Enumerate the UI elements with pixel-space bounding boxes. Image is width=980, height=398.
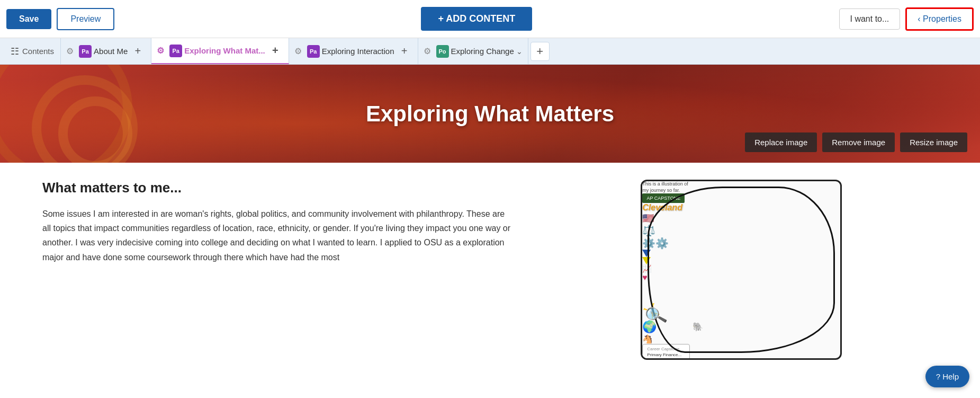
tabs-bar: ☷ Contents ⚙ Pa About Me + ⚙ Pa Explorin…: [0, 38, 980, 65]
chevron-down-icon[interactable]: ⌄: [516, 47, 523, 56]
properties-button[interactable]: ‹ Properties: [905, 7, 974, 31]
image-section: This is a illustration of my journey so …: [545, 180, 938, 381]
gear-icon-2: ⚙: [157, 46, 167, 56]
main-content: What matters to me... Some issues I am i…: [0, 163, 980, 398]
tab-contents[interactable]: ☷ Contents: [4, 38, 61, 64]
remove-image-button[interactable]: Remove image: [822, 132, 895, 152]
i-want-to-button[interactable]: I want to...: [839, 8, 901, 30]
contents-label: Contents: [22, 47, 54, 56]
hero-image-actions: Replace image Remove image Resize image: [745, 132, 967, 152]
illus-card-val-2: Business: [668, 358, 685, 360]
resize-image-button[interactable]: Resize image: [900, 132, 967, 152]
tab-exploring-change-label: Exploring Change: [451, 47, 514, 56]
tab-exploring-change[interactable]: ⚙ Po Exploring Change ⌄: [418, 38, 528, 64]
toolbar: Save Preview + ADD CONTENT I want to... …: [0, 0, 980, 38]
tab-exploring-what-matters[interactable]: ⚙ Pa Exploring What Mat... +: [151, 38, 289, 64]
tab-about-me[interactable]: ⚙ Pa About Me +: [61, 38, 151, 64]
hero-banner: Exploring What Matters Replace image Rem…: [0, 65, 980, 163]
illus-party-icon-2: 🐘: [693, 322, 703, 332]
avatar-pa-1: Pa: [79, 45, 92, 58]
text-section: What matters to me... Some issues I am i…: [42, 180, 514, 381]
gear-icon-3: ⚙: [294, 46, 305, 57]
tab-plus-1[interactable]: +: [130, 43, 146, 59]
save-button[interactable]: Save: [6, 9, 51, 29]
avatar-po: Po: [436, 45, 449, 58]
help-button[interactable]: ? Help: [925, 366, 969, 387]
add-tab-button[interactable]: +: [531, 42, 550, 61]
tab-plus-3[interactable]: +: [397, 43, 412, 59]
list-icon: ☷: [11, 46, 19, 57]
gear-icon-1: ⚙: [66, 46, 77, 57]
add-content-label: + ADD CONTENT: [438, 13, 515, 24]
content-heading: What matters to me...: [42, 180, 514, 196]
content-body: Some issues I am interested in are woman…: [42, 207, 514, 264]
hero-title: Exploring What Matters: [366, 101, 614, 127]
illus-card-val-1: Primary Finance...: [647, 352, 681, 357]
avatar-pa-2: Pa: [169, 45, 182, 57]
tab-about-me-label: About Me: [94, 47, 128, 56]
tab-plus-2[interactable]: +: [267, 43, 283, 59]
tab-exploring-interaction[interactable]: ⚙ Pa Exploring Interaction +: [289, 38, 418, 64]
tab-exploring-what-label: Exploring What Mat...: [184, 46, 265, 55]
add-content-button[interactable]: + ADD CONTENT: [421, 7, 532, 31]
tab-exploring-interaction-label: Exploring Interaction: [322, 47, 394, 56]
avatar-pa-3: Pa: [307, 45, 320, 58]
replace-image-button[interactable]: Replace image: [745, 132, 817, 152]
journey-illustration: This is a illustration of my journey so …: [641, 180, 842, 360]
gear-icon-4: ⚙: [424, 46, 434, 57]
preview-button[interactable]: Preview: [57, 8, 114, 30]
illus-card-label-2: Columbus: [647, 358, 666, 360]
